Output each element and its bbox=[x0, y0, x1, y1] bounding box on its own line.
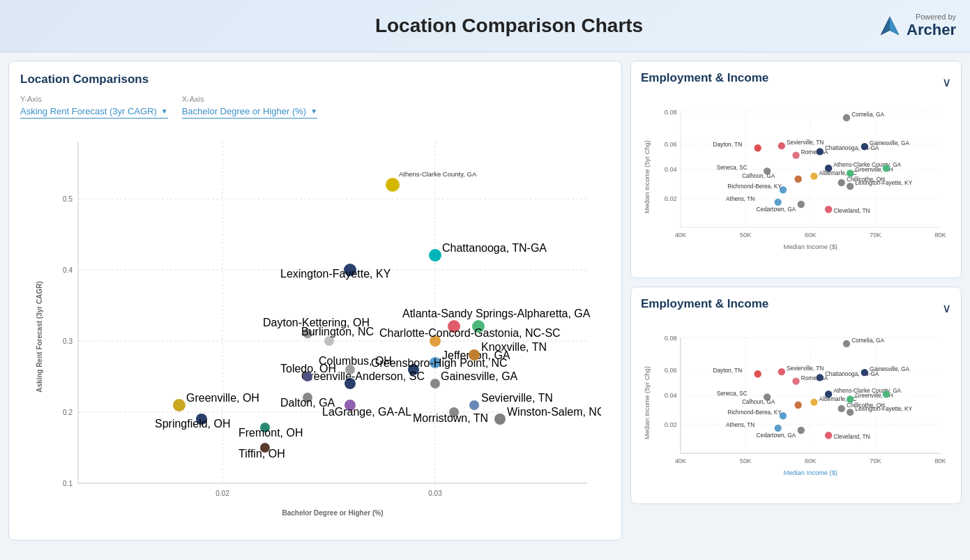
svg-text:Charlotte-Concord-Gastonia, NC: Charlotte-Concord-Gastonia, NC-SC bbox=[379, 327, 561, 339]
card2-collapse-icon[interactable]: ∨ bbox=[942, 301, 951, 316]
svg-text:Richmond-Berea, KY: Richmond-Berea, KY bbox=[727, 183, 782, 190]
svg-text:Sevierville, TN: Sevierville, TN bbox=[787, 365, 824, 372]
y-axis-dropdown[interactable]: Asking Rent Forecast (3yr CAGR) ▼ bbox=[20, 106, 168, 119]
svg-text:80K: 80K bbox=[934, 232, 946, 239]
svg-point-150 bbox=[825, 432, 832, 439]
y-axis-control: Y-Axis Asking Rent Forecast (3yr CAGR) ▼ bbox=[20, 95, 168, 119]
svg-text:0.2: 0.2 bbox=[63, 409, 73, 416]
svg-text:Comelia, GA: Comelia, GA bbox=[851, 338, 884, 344]
svg-text:70K: 70K bbox=[870, 232, 881, 239]
svg-point-71 bbox=[816, 148, 823, 155]
svg-text:Morristown, TN: Morristown, TN bbox=[413, 412, 488, 424]
svg-text:Tiffin, OH: Tiffin, OH bbox=[238, 448, 285, 460]
svg-text:0.02: 0.02 bbox=[215, 490, 229, 497]
svg-point-134 bbox=[794, 402, 801, 409]
svg-text:Seneca, SC: Seneca, SC bbox=[717, 391, 748, 397]
svg-point-146 bbox=[774, 425, 781, 432]
svg-text:Median Income ($): Median Income ($) bbox=[783, 243, 838, 250]
svg-text:0.5: 0.5 bbox=[63, 195, 73, 203]
card2-title: Employment & Income bbox=[641, 297, 768, 311]
svg-text:Asking Rent Forecast (3yr CAGR: Asking Rent Forecast (3yr CAGR) bbox=[36, 281, 43, 392]
svg-text:0.08: 0.08 bbox=[665, 109, 677, 116]
mini-chart-1: .mini-axis { font-family: Arial, sans-se… bbox=[641, 100, 951, 268]
svg-point-136 bbox=[810, 398, 817, 405]
x-axis-control: X-Axis Bachelor Degree or Higher (%) ▼ bbox=[182, 95, 317, 119]
svg-text:0.4: 0.4 bbox=[63, 266, 73, 274]
svg-point-122 bbox=[754, 370, 761, 377]
svg-text:40K: 40K bbox=[675, 457, 687, 464]
employment-card-2: Employment & Income ∨ 0.08 0.06 0.04 bbox=[630, 287, 962, 504]
svg-text:Athens-Clarke County, GA: Athens-Clarke County, GA bbox=[399, 170, 477, 178]
svg-text:80K: 80K bbox=[934, 457, 946, 464]
svg-text:Knoxville, TN: Knoxville, TN bbox=[481, 341, 547, 353]
svg-text:Median Income (5yr Chg): Median Income (5yr Chg) bbox=[644, 366, 651, 439]
svg-text:70K: 70K bbox=[870, 457, 881, 464]
svg-text:50K: 50K bbox=[740, 232, 752, 239]
employment-card-1: Employment & Income ∨ .mini-axis { font-… bbox=[630, 61, 962, 278]
svg-point-73 bbox=[861, 143, 868, 150]
card1-collapse-icon[interactable]: ∨ bbox=[942, 75, 951, 90]
mini-chart-svg-2: 0.08 0.06 0.04 0.02 40K 50K 60K 70K 80K … bbox=[641, 326, 951, 494]
svg-text:0.06: 0.06 bbox=[665, 141, 677, 148]
svg-text:Sevierville, TN: Sevierville, TN bbox=[787, 139, 824, 146]
card1-title: Employment & Income bbox=[641, 71, 768, 85]
svg-text:Burlington, NC: Burlington, NC bbox=[301, 326, 374, 338]
svg-text:0.02: 0.02 bbox=[665, 421, 677, 428]
card1-header: Employment & Income ∨ bbox=[641, 71, 951, 93]
svg-text:Median Income (5yr Chg): Median Income (5yr Chg) bbox=[644, 140, 651, 213]
archer-name: Archer bbox=[907, 21, 956, 39]
left-panel-title: Location Comparisons bbox=[20, 73, 610, 86]
left-panel: Location Comparisons Y-Axis Asking Rent … bbox=[8, 61, 622, 540]
x-axis-dropdown[interactable]: Bachelor Degree or Higher (%) ▼ bbox=[182, 106, 317, 119]
right-panel: Employment & Income ∨ .mini-axis { font-… bbox=[630, 61, 962, 540]
svg-text:Gainesville, GA: Gainesville, GA bbox=[870, 366, 909, 372]
point-athens-clarke bbox=[386, 178, 400, 192]
y-axis-chevron-icon: ▼ bbox=[161, 107, 168, 115]
page-title: Location Comparison Charts bbox=[139, 15, 879, 37]
svg-text:Calhoun, GA: Calhoun, GA bbox=[742, 399, 775, 405]
svg-text:Chattanooga, TN-GA: Chattanooga, TN-GA bbox=[442, 242, 547, 254]
svg-text:Cleveland, TN: Cleveland, TN bbox=[833, 208, 870, 214]
svg-point-63 bbox=[843, 114, 850, 121]
svg-point-69 bbox=[792, 151, 799, 158]
point-gainesville bbox=[430, 379, 440, 388]
archer-icon bbox=[879, 15, 901, 37]
svg-point-95 bbox=[825, 206, 832, 213]
svg-point-126 bbox=[816, 374, 823, 381]
scatter-plot: .axis-text { font-family: Arial, sans-se… bbox=[29, 124, 601, 529]
svg-text:Dalton, GA: Dalton, GA bbox=[280, 397, 335, 409]
point-winston bbox=[494, 414, 506, 425]
svg-point-118 bbox=[843, 340, 850, 347]
svg-text:Lexington-Fayette, KY: Lexington-Fayette, KY bbox=[855, 406, 912, 412]
svg-text:Greenville, OH: Greenville, OH bbox=[186, 392, 259, 404]
main-content: Location Comparisons Y-Axis Asking Rent … bbox=[0, 52, 970, 549]
svg-text:50K: 50K bbox=[740, 457, 752, 464]
svg-text:Atlanta-Sandy Springs-Alpharet: Atlanta-Sandy Springs-Alpharetta, GA bbox=[402, 308, 591, 319]
svg-text:Dayton, TN: Dayton, TN bbox=[713, 368, 742, 374]
y-axis-label: Y-Axis bbox=[20, 95, 168, 103]
svg-text:Lexington-Fayette, KY: Lexington-Fayette, KY bbox=[280, 268, 391, 280]
svg-text:Toledo, OH: Toledo, OH bbox=[280, 363, 336, 374]
point-greenville-oh bbox=[173, 399, 185, 411]
svg-point-152 bbox=[883, 391, 890, 398]
svg-point-120 bbox=[778, 368, 785, 375]
svg-text:60K: 60K bbox=[805, 232, 817, 239]
card2-header: Employment & Income ∨ bbox=[641, 297, 951, 319]
svg-point-128 bbox=[861, 369, 868, 376]
svg-text:Gainesville, GA: Gainesville, GA bbox=[441, 370, 518, 382]
svg-text:0.04: 0.04 bbox=[665, 166, 677, 173]
svg-text:Richmond-Berea, KY: Richmond-Berea, KY bbox=[727, 409, 782, 416]
svg-text:LaGrange, GA-AL: LaGrange, GA-AL bbox=[322, 406, 411, 418]
y-axis-value: Asking Rent Forecast (3yr CAGR) bbox=[20, 106, 157, 116]
svg-point-65 bbox=[778, 142, 785, 149]
branding-text: Powered by Archer bbox=[907, 13, 956, 39]
mini-chart-2: 0.08 0.06 0.04 0.02 40K 50K 60K 70K 80K … bbox=[641, 326, 951, 494]
scatter-svg: .axis-text { font-family: Arial, sans-se… bbox=[29, 124, 601, 529]
point-knoxville bbox=[469, 349, 480, 361]
svg-text:Gainesville, GA: Gainesville, GA bbox=[870, 140, 909, 146]
svg-text:0.03: 0.03 bbox=[428, 490, 442, 497]
svg-text:Calhoun, GA: Calhoun, GA bbox=[742, 173, 775, 179]
svg-text:Sevierville, TN: Sevierville, TN bbox=[481, 392, 553, 404]
svg-text:60K: 60K bbox=[805, 457, 817, 464]
svg-text:Athens, TN: Athens, TN bbox=[726, 196, 755, 202]
